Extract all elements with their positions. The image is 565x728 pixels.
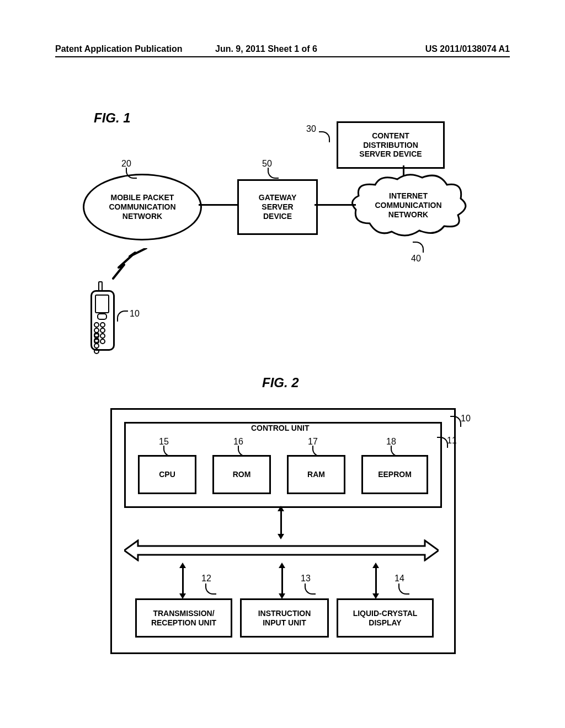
rom-text: ROM (233, 470, 251, 479)
arrow-bus-lcd (375, 567, 377, 595)
ref-10-leader (117, 311, 128, 322)
arrow-bus-input (281, 567, 283, 595)
eeprom-box: EEPROM (361, 455, 428, 494)
line-gateway-internet (315, 204, 356, 206)
lcd-box: LIQUID-CRYSTAL DISPLAY (337, 598, 434, 638)
cpu-text: CPU (159, 470, 175, 479)
ref-10-label: 10 (130, 309, 140, 319)
arrow-bus-txrx (182, 567, 184, 595)
cpu-box: CPU (138, 455, 196, 494)
internet-text: INTERNET COMMUNICATION NETWORK (375, 191, 441, 219)
ref-40-label: 40 (411, 254, 421, 264)
mobile-phone-icon (88, 281, 114, 347)
content-server-text: CONTENT DISTRIBUTION SERVER DEVICE (359, 131, 422, 159)
ref-50-leader (268, 168, 279, 179)
figure-1: FIG. 1 CONTENT DISTRIBUTION SERVER DEVIC… (77, 94, 508, 370)
ref-30-label: 30 (306, 124, 316, 134)
svg-marker-0 (124, 540, 439, 560)
txrx-text: TRANSMISSION/ RECEPTION UNIT (151, 609, 216, 627)
eeprom-text: EEPROM (378, 470, 412, 479)
system-bus (124, 539, 439, 561)
wireless-icon (110, 248, 149, 285)
ref-outer-label: 10 (461, 414, 471, 424)
ref-txrx-label: 12 (201, 574, 211, 584)
ref-lcd-label: 14 (395, 574, 404, 584)
mobile-network-text: MOBILE PACKET COMMUNICATION NETWORK (109, 193, 175, 221)
txrx-box: TRANSMISSION/ RECEPTION UNIT (135, 598, 232, 638)
mobile-network-ellipse: MOBILE PACKET COMMUNICATION NETWORK (83, 174, 202, 240)
rom-box: ROM (212, 455, 271, 494)
page: Patent Application Publication Jun. 9, 2… (0, 0, 565, 728)
header-rule (55, 56, 510, 57)
content-server-box: CONTENT DISTRIBUTION SERVER DEVICE (337, 121, 445, 169)
gateway-text: GATEWAY SERVER DEVICE (259, 193, 296, 221)
ram-text: RAM (307, 470, 325, 479)
gateway-box: GATEWAY SERVER DEVICE (237, 179, 318, 235)
figure-1-label: FIG. 1 (94, 110, 131, 126)
ref-30-leader (319, 131, 330, 142)
ram-box: RAM (287, 455, 345, 494)
input-box: INSTRUCTION INPUT UNIT (240, 598, 329, 638)
line-mobile-gateway (199, 204, 237, 206)
figure-2-label: FIG. 2 (262, 375, 299, 390)
control-unit-title: CONTROL UNIT (251, 424, 310, 432)
header-date-sheet: Jun. 9, 2011 Sheet 1 of 6 (215, 44, 317, 54)
ref-outer-leader (450, 416, 461, 427)
figure-2: 10 CONTROL UNIT 11 CPU 15 ROM 16 RAM 17 … (110, 397, 463, 662)
arrow-control-bus (280, 510, 282, 535)
ref-40-leader (413, 242, 424, 253)
line-content-internet (403, 165, 404, 176)
ref-control-label: 11 (447, 436, 457, 446)
ref-input-label: 13 (301, 574, 311, 584)
input-text: INSTRUCTION INPUT UNIT (258, 609, 311, 627)
lcd-text: LIQUID-CRYSTAL DISPLAY (353, 609, 418, 627)
header-publication: Patent Application Publication (55, 44, 183, 54)
internet-cloud: INTERNET COMMUNICATION NETWORK (348, 171, 469, 240)
header-pub-number: US 2011/0138074 A1 (425, 44, 510, 54)
